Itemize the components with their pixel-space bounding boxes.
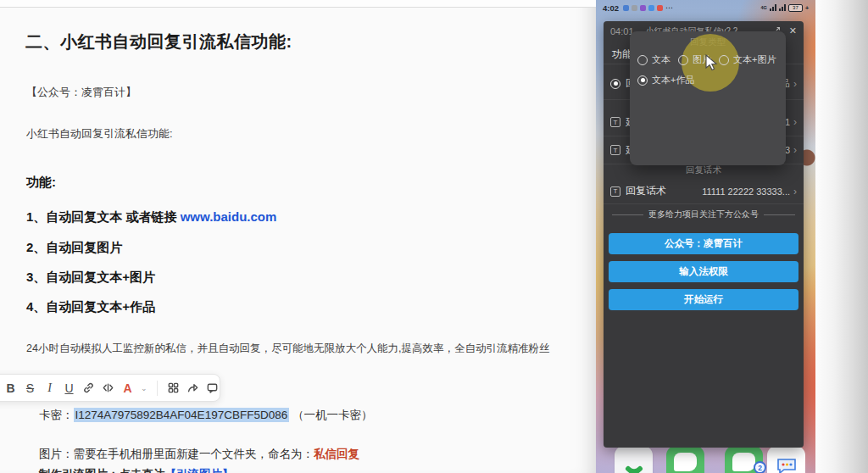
- link-icon[interactable]: [82, 380, 95, 397]
- code-icon[interactable]: [102, 380, 114, 397]
- text-field-icon: T: [610, 145, 620, 155]
- row-value: 11111 22222 33333...: [702, 186, 790, 197]
- doc-subtitle: 【公众号：凌霄百计】: [26, 85, 136, 100]
- features-heading: 功能:: [26, 175, 56, 191]
- dialog-options-row-2: 文本+作品: [637, 74, 694, 86]
- google-messages-app-icon[interactable]: [767, 446, 805, 473]
- cutoff-text: 制作引流图片：点击直达: [39, 468, 165, 473]
- radio-icon: [637, 55, 648, 65]
- chat-bubble-icon: [674, 453, 697, 471]
- phone-dock: 2: [596, 446, 815, 473]
- signal-bars-icon: [770, 4, 776, 11]
- promo-text: 更多给力项目关注下方公众号: [648, 209, 759, 220]
- radio-selected-icon: [610, 79, 620, 89]
- notification-icon: [648, 5, 654, 11]
- card-key-line: 卡密：I1274A7975892B4AF04E197CBFF5D086 （一机一…: [39, 408, 372, 423]
- more-notifications-icon: ⋯: [665, 3, 674, 12]
- grid-apps-icon[interactable]: [167, 380, 180, 397]
- text-color-button[interactable]: A: [121, 380, 134, 397]
- feature-1-text: 1、自动回复文本 或者链接: [26, 209, 181, 224]
- radio-selected-icon: [637, 75, 648, 86]
- image-note-text: 图片：需要在手机相册里面新建一个文件夹，命名为：: [39, 448, 314, 460]
- card-key-code[interactable]: I1274A7975892B4AF04E197CBFF5D086: [74, 408, 290, 422]
- messages-app-icon[interactable]: [666, 446, 704, 473]
- chat-bubble-icon: [732, 453, 755, 471]
- text-color-chevron-icon[interactable]: ⌄: [141, 380, 147, 397]
- signal-bars-icon: [779, 4, 786, 11]
- official-account-button[interactable]: 公众号：凌霄百计: [609, 233, 798, 254]
- phone-status-bar: 4:02 ⋯ 4G 37 +: [603, 2, 809, 14]
- share-icon[interactable]: [186, 380, 199, 397]
- doc-title: 二、小红书自动回复引流私信功能:: [25, 31, 292, 53]
- feature-item-4: 4、自动回复文本+作品: [26, 299, 155, 315]
- chevron-right-icon: ›: [793, 186, 797, 198]
- toolbar-divider: [157, 381, 158, 396]
- doc-intro: 小红书自动回复引流私信功能:: [26, 126, 173, 142]
- mouse-cursor-icon: [703, 53, 720, 75]
- baidu-link[interactable]: www.baidu.com: [181, 209, 277, 224]
- underline-button[interactable]: U: [63, 380, 75, 397]
- status-time: 4:02: [603, 3, 619, 13]
- document-pane: 二、小红书自动回复引流私信功能: 【公众号：凌霄百计】 小红书自动回复引流私信功…: [0, 0, 597, 473]
- network-4g-label: 4G: [761, 5, 767, 10]
- close-icon[interactable]: ✕: [789, 25, 797, 36]
- text-field-icon: T: [610, 117, 620, 127]
- doc-description: 24小时自动模拟人工监控新的私信，并且自动回复，尽可能地无限放大个人能力,提高效…: [26, 342, 549, 356]
- chevron-right-icon: ›: [793, 116, 797, 128]
- format-toolbar: B S I U A ⌄: [0, 374, 220, 402]
- reply-type-dialog: 回复类型 文本 图片 文本+图片 文本+作品: [630, 31, 786, 165]
- bold-button[interactable]: B: [4, 380, 17, 397]
- chevron-right-icon: ›: [793, 144, 797, 156]
- feature-item-2: 2、自动回复图片: [26, 240, 122, 256]
- ime-permission-button[interactable]: 输入法权限: [609, 261, 798, 282]
- page-top-edge: [0, 0, 597, 8]
- image-note-line: 图片：需要在手机相册里面新建一个文件夹，命名为：私信回复: [39, 447, 359, 462]
- cutoff-line: 制作引流图片：点击直达【引流图片】: [39, 467, 234, 473]
- promo-divider: 更多给力项目关注下方公众号: [612, 206, 795, 223]
- phone-mirror: 4:02 ⋯ 4G 37 + 2 04:01 小: [596, 0, 815, 473]
- wechat-app-icon[interactable]: 2: [725, 446, 763, 473]
- comment-icon[interactable]: [206, 380, 219, 397]
- notification-icon: [623, 5, 629, 11]
- notification-icon: [657, 5, 663, 11]
- battery-icon: 37: [788, 4, 803, 12]
- cutoff-link[interactable]: 【引流图片】: [165, 468, 234, 473]
- radio-icon: [678, 55, 688, 65]
- charging-plus-icon: +: [805, 5, 809, 11]
- app-window: 04:01 小红书自动回复私信v2.2 ✕ 功能 回复类型 文本+作品 › T …: [604, 21, 804, 448]
- feature-item-3: 3、自动回复文本+图片: [26, 270, 155, 286]
- start-run-button[interactable]: 开始运行: [609, 289, 798, 310]
- row-label: 回复话术: [626, 184, 666, 198]
- option-text-work[interactable]: 文本+作品: [637, 74, 694, 86]
- option-text-image[interactable]: 文本+图片: [719, 53, 776, 66]
- status-right-cluster: 4G 37 +: [761, 4, 809, 12]
- text-field-icon: T: [610, 186, 620, 197]
- phone-app-icon[interactable]: [615, 446, 653, 473]
- chevron-right-icon: ›: [793, 78, 797, 90]
- right-gradient-panel: [815, 0, 868, 473]
- unread-badge: 2: [754, 461, 766, 473]
- section-header-reply-script: 回复话术: [604, 164, 804, 176]
- notification-icon: [632, 5, 637, 11]
- strikethrough-button[interactable]: S: [24, 380, 36, 397]
- image-note-highlight: 私信回复: [314, 448, 359, 460]
- notification-icon: [640, 5, 646, 11]
- italic-button[interactable]: I: [43, 380, 56, 397]
- radio-icon: [719, 55, 729, 65]
- row-reply-script[interactable]: T 回复话术 11111 22222 33333... ›: [604, 179, 804, 204]
- card-key-suffix: （一机一卡密）: [289, 409, 372, 421]
- feature-item-1: 1、自动回复文本 或者链接 www.baidu.com: [26, 209, 276, 225]
- option-text[interactable]: 文本: [637, 53, 670, 66]
- card-key-label: 卡密：: [39, 409, 74, 421]
